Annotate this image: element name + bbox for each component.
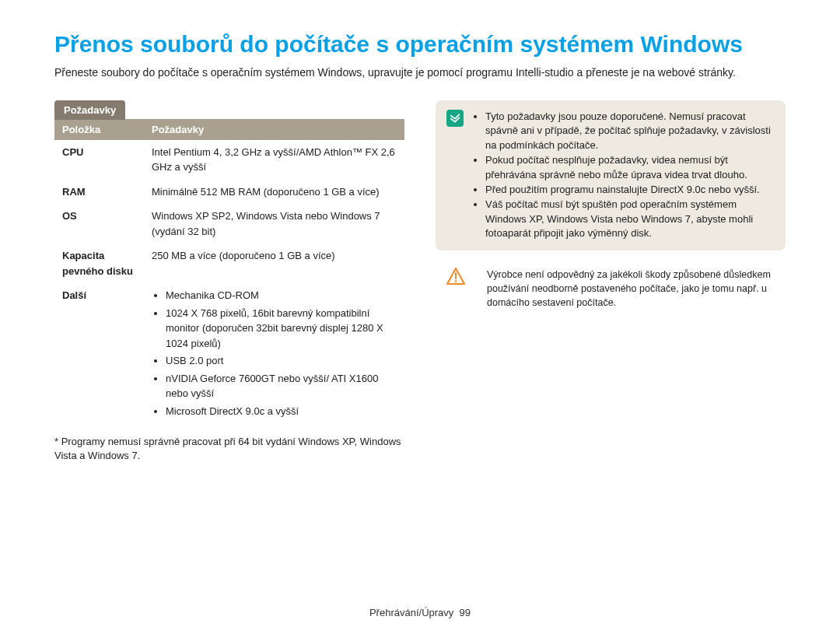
- intro-text: Přeneste soubory do počítače s operačním…: [54, 65, 786, 81]
- list-item: USB 2.0 port: [166, 353, 397, 369]
- row-val-ram: Minimálně 512 MB RAM (doporučeno 1 GB a …: [144, 180, 404, 205]
- list-item: Microsoft DirectX 9.0c a vyšší: [166, 404, 397, 419]
- row-label-os: OS: [54, 204, 144, 243]
- list-item: 1024 X 768 pixelů, 16bit barevný kompati…: [166, 306, 397, 352]
- list-item: Před použitím programu nainstalujte Dire…: [485, 183, 775, 198]
- footnote: * Programy nemusí správně pracovat při 6…: [54, 435, 404, 463]
- list-item: Váš počítač musí být spuštěn pod operačn…: [485, 198, 775, 242]
- row-val-os: Windows XP SP2, Windows Vista nebo Windo…: [144, 204, 404, 243]
- row-label-disk: Kapacita pevného disku: [54, 243, 144, 283]
- th-req: Požadavky: [144, 119, 404, 140]
- warning-icon: [446, 268, 465, 285]
- note-icon: [446, 110, 464, 127]
- table-row: RAM Minimálně 512 MB RAM (doporučeno 1 G…: [54, 180, 404, 205]
- row-val-cpu: Intel Pentium 4, 3,2 GHz a vyšší/AMD Ath…: [144, 140, 404, 180]
- row-val-disk: 250 MB a více (doporučeno 1 GB a více): [144, 243, 404, 283]
- list-item: Pokud počítač nesplňuje požadavky, videa…: [485, 153, 775, 183]
- manual-page: Přenos souborů do počítače s operačním s…: [0, 0, 840, 634]
- note-box: Tyto požadavky jsou pouze doporučené. Ne…: [436, 100, 786, 251]
- note-list: Tyto požadavky jsou pouze doporučené. Ne…: [473, 110, 775, 242]
- list-item: Tyto požadavky jsou pouze doporučené. Ne…: [485, 110, 775, 154]
- right-column: Tyto požadavky jsou pouze doporučené. Ne…: [436, 100, 786, 464]
- page-footer: Přehrávání/Úpravy 99: [0, 607, 840, 618]
- page-title: Přenos souborů do počítače s operačním s…: [54, 31, 786, 58]
- table-row: CPU Intel Pentium 4, 3,2 GHz a vyšší/AMD…: [54, 140, 404, 180]
- row-label-others: Další: [54, 283, 144, 426]
- table-row: Kapacita pevného disku 250 MB a více (do…: [54, 243, 404, 283]
- svg-point-2: [455, 280, 457, 282]
- requirements-table: Položka Požadavky CPU Intel Pentium 4, 3…: [54, 119, 404, 426]
- footer-page-number: 99: [460, 607, 471, 618]
- list-item: nVIDIA Geforce 7600GT nebo vyšší/ ATI X1…: [166, 371, 397, 401]
- row-val-others: Mechanika CD-ROM 1024 X 768 pixelů, 16bi…: [144, 283, 404, 426]
- others-list: Mechanika CD-ROM 1024 X 768 pixelů, 16bi…: [152, 288, 397, 419]
- two-column-layout: Požadavky Položka Požadavky CPU Intel Pe…: [54, 100, 786, 464]
- row-label-cpu: CPU: [54, 140, 144, 180]
- table-row: Další Mechanika CD-ROM 1024 X 768 pixelů…: [54, 283, 404, 426]
- section-label: Požadavky: [54, 100, 125, 120]
- warning-box: Výrobce není odpovědný za jakékoli škody…: [436, 264, 786, 313]
- list-item: Mechanika CD-ROM: [166, 288, 397, 303]
- table-header-row: Položka Požadavky: [54, 119, 404, 140]
- left-column: Požadavky Položka Požadavky CPU Intel Pe…: [54, 100, 404, 464]
- th-item: Položka: [54, 119, 144, 140]
- footer-section: Přehrávání/Úpravy: [369, 607, 453, 618]
- row-label-ram: RAM: [54, 180, 144, 205]
- warning-text: Výrobce není odpovědný za jakékoli škody…: [474, 268, 775, 310]
- table-row: OS Windows XP SP2, Windows Vista nebo Wi…: [54, 204, 404, 243]
